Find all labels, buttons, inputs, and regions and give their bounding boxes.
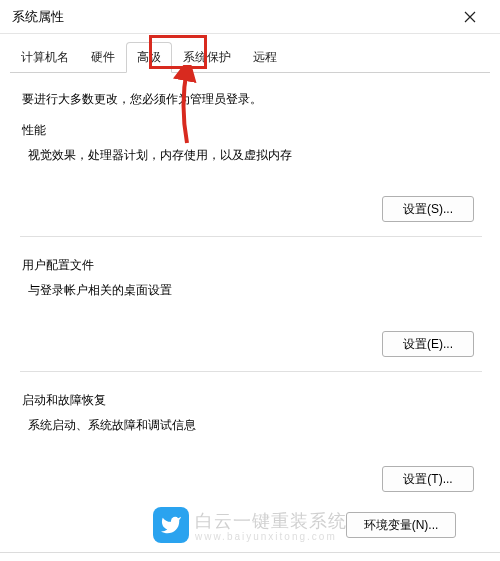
divider <box>20 236 482 237</box>
performance-desc: 视觉效果，处理器计划，内存使用，以及虚拟内存 <box>28 147 482 164</box>
window-title: 系统属性 <box>12 8 450 26</box>
divider <box>0 552 500 553</box>
tab-computer-name[interactable]: 计算机名 <box>10 42 80 73</box>
startup-title: 启动和故障恢复 <box>22 392 482 409</box>
tab-remote[interactable]: 远程 <box>242 42 288 73</box>
performance-group: 性能 视觉效果，处理器计划，内存使用，以及虚拟内存 设置(S)... <box>20 122 482 237</box>
user-profiles-desc: 与登录帐户相关的桌面设置 <box>28 282 482 299</box>
close-button[interactable] <box>450 2 490 32</box>
user-profiles-group: 用户配置文件 与登录帐户相关的桌面设置 设置(E)... <box>20 257 482 372</box>
admin-notice: 要进行大多数更改，您必须作为管理员登录。 <box>22 91 482 108</box>
user-profiles-title: 用户配置文件 <box>22 257 482 274</box>
environment-variables-button[interactable]: 环境变量(N)... <box>346 512 456 538</box>
tab-system-protection[interactable]: 系统保护 <box>172 42 242 73</box>
performance-settings-button[interactable]: 设置(S)... <box>382 196 474 222</box>
tab-content: 要进行大多数更改，您必须作为管理员登录。 性能 视觉效果，处理器计划，内存使用，… <box>0 73 500 538</box>
user-profiles-settings-button[interactable]: 设置(E)... <box>382 331 474 357</box>
startup-desc: 系统启动、系统故障和调试信息 <box>28 417 482 434</box>
tab-hardware[interactable]: 硬件 <box>80 42 126 73</box>
startup-recovery-group: 启动和故障恢复 系统启动、系统故障和调试信息 设置(T)... <box>20 392 482 492</box>
tab-advanced[interactable]: 高级 <box>126 42 172 73</box>
startup-settings-button[interactable]: 设置(T)... <box>382 466 474 492</box>
close-icon <box>464 11 476 23</box>
title-bar: 系统属性 <box>0 0 500 34</box>
tab-bar: 计算机名 硬件 高级 系统保护 远程 <box>0 42 500 73</box>
divider <box>20 371 482 372</box>
performance-title: 性能 <box>22 122 482 139</box>
